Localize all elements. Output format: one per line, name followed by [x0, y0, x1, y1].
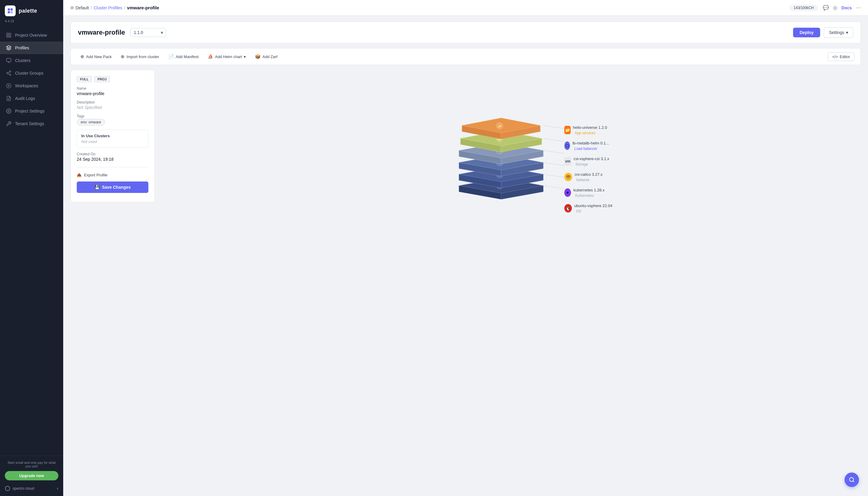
connector-network: [543, 162, 564, 166]
stack-label-os: 🐧 ubuntu-vsphere 22.04 OS: [564, 202, 616, 214]
export-label: Export Profile: [84, 173, 107, 177]
network-type: Network: [576, 178, 590, 182]
divider: [77, 167, 149, 167]
body-area: FULL PROJ Name vmware-profile Descriptio…: [71, 70, 861, 202]
sidebar: palette 4.4.19 Project Overview Profiles…: [0, 0, 63, 496]
content-area: vmware-profile 1.1.0 Deploy Settings ▾: [63, 16, 868, 496]
storage-label-text: csi-vsphere-csi 3.1.x Storage: [574, 156, 616, 167]
manifest-label: Add Manifest: [176, 55, 199, 59]
app-version: 4.4.19: [0, 19, 63, 27]
svg-line-16: [8, 72, 9, 73]
menu-icon[interactable]: ⋯: [856, 5, 861, 11]
connector-lb: [543, 138, 564, 141]
sidebar-item-workspaces[interactable]: Workspaces: [0, 79, 63, 92]
os-type: OS: [576, 209, 581, 213]
zarf-icon: 📦: [255, 54, 261, 59]
connector-app: [543, 125, 564, 128]
stack-label-storage: vm csi-vsphere-csi 3.1.x Storage: [564, 155, 616, 167]
toolbar: ⊕ Add New Pack ⊕ Import from cluster 📄 A…: [71, 48, 861, 65]
breadcrumb-cluster-profiles-link[interactable]: Cluster Profiles: [94, 5, 122, 10]
description-value: Not Specified: [77, 105, 149, 110]
dashboard-icon: ⊞: [71, 5, 74, 10]
target-icon[interactable]: ◎: [833, 5, 837, 11]
deploy-button[interactable]: Deploy: [793, 28, 820, 37]
save-changes-button[interactable]: 💾 Save Changes: [77, 182, 149, 193]
sidebar-label-project-overview: Project Overview: [15, 33, 47, 37]
profile-name-area: vmware-profile 1.1.0: [78, 28, 166, 37]
svg-rect-4: [6, 33, 8, 35]
stack-labels: 📁 hello-universe 1.2.0 App services ⬡ lb…: [564, 124, 616, 214]
stack-diagram-area: 🖥 ⚙: [405, 70, 616, 202]
svg-point-12: [9, 71, 11, 73]
topbar-right: 143/100kCH 💬 ◎ Docs ⋯: [789, 4, 861, 11]
upgrade-button[interactable]: Upgrade now: [5, 471, 58, 480]
add-pack-icon: ⊕: [80, 54, 84, 59]
tags-field: Tags env: vmware: [77, 114, 149, 125]
sidebar-item-tenant-settings[interactable]: Tenant Settings: [0, 118, 63, 130]
network-icon: 🐯: [564, 173, 572, 181]
sidebar-item-audit-logs[interactable]: Audit Logs: [0, 92, 63, 105]
tags-label: Tags: [77, 114, 149, 118]
sidebar-item-cluster-groups[interactable]: Cluster Groups: [0, 67, 63, 79]
kch-usage-badge: 143/100kCH: [789, 4, 818, 11]
description-field: Description Not Specified: [77, 100, 149, 110]
right-panel: 🖥 ⚙: [159, 70, 861, 202]
k8s-type: Kubernetes: [575, 193, 593, 198]
version-select-wrapper: 1.1.0: [130, 28, 166, 37]
profile-header-actions: Deploy Settings ▾: [793, 27, 853, 37]
lb-label-text: lb-metallb-helm 0.1... Load balancer: [572, 140, 616, 151]
sidebar-label-workspaces: Workspaces: [15, 83, 38, 88]
network-name: cni-calico 3.27.x: [575, 172, 603, 177]
name-value: vmware-profile: [77, 91, 149, 96]
add-new-pack-button[interactable]: ⊕ Add New Pack: [77, 52, 115, 61]
export-profile-button[interactable]: 📤 Export Profile: [77, 173, 149, 177]
topbar-icons: 💬 ◎ Docs ⋯: [823, 5, 861, 11]
add-manifest-button[interactable]: 📄 Add Manifest: [165, 52, 202, 61]
app-logo-icon: [5, 5, 16, 16]
svg-rect-9: [6, 58, 11, 62]
sidebar-item-clusters[interactable]: Clusters: [0, 54, 63, 67]
description-label: Description: [77, 100, 149, 105]
sidebar-item-project-settings[interactable]: Project Settings: [0, 105, 63, 118]
toolbar-actions: ⊕ Add New Pack ⊕ Import from cluster 📄 A…: [77, 52, 281, 61]
settings-button[interactable]: Settings ▾: [824, 27, 853, 37]
add-zarf-button[interactable]: 📦 Add Zarf: [251, 52, 281, 61]
profile-title: vmware-profile: [78, 29, 125, 36]
sidebar-item-profiles[interactable]: Profiles: [0, 42, 63, 54]
save-icon: 💾: [94, 185, 99, 190]
svg-rect-6: [6, 36, 8, 37]
chat-icon[interactable]: 💬: [823, 5, 829, 11]
app-name: hello-universe 1.2.0: [573, 125, 607, 130]
add-helm-chart-button[interactable]: ⛵ Add Helm chart ▾: [204, 52, 250, 61]
svg-point-21: [8, 110, 10, 112]
helm-icon: ⛵: [208, 54, 213, 59]
created-field: Created On 24 Sep 2024, 19:18: [77, 152, 149, 161]
connector-storage: [543, 151, 564, 154]
stack-label-network: 🐯 cni-calico 3.27.x Network: [564, 171, 616, 183]
editor-icon: </>: [832, 55, 838, 59]
sidebar-label-audit-logs: Audit Logs: [15, 96, 35, 101]
svg-rect-3: [11, 11, 13, 13]
editor-button[interactable]: </> Editor: [828, 52, 854, 61]
helm-chevron-icon: ▾: [244, 55, 246, 59]
save-label: Save Changes: [102, 185, 131, 190]
sidebar-item-project-overview[interactable]: Project Overview: [0, 29, 63, 42]
tag-proj: PROJ: [94, 76, 110, 82]
in-use-value: Not used: [81, 139, 144, 144]
import-from-cluster-button[interactable]: ⊕ Import from cluster: [117, 52, 162, 61]
created-value: 24 Sep 2024, 19:18: [77, 157, 149, 161]
search-fab[interactable]: [844, 472, 859, 487]
svg-point-17: [6, 84, 11, 88]
app-name: palette: [19, 8, 37, 14]
name-label: Name: [77, 87, 149, 91]
svg-rect-0: [8, 9, 10, 11]
breadcrumb: ⊞ Default / Cluster Profiles / vmware-pr…: [71, 5, 159, 10]
collapse-sidebar-icon[interactable]: ‹: [57, 486, 58, 491]
stack-label-lb: ⬡ lb-metallb-helm 0.1... Load balancer: [564, 140, 616, 152]
profile-header-card: vmware-profile 1.1.0 Deploy Settings ▾: [71, 22, 861, 43]
version-select[interactable]: 1.1.0: [130, 28, 166, 37]
sidebar-label-profiles: Profiles: [15, 45, 29, 50]
k8s-label-text: kubernetes 1.28.x Kubernetes: [573, 187, 616, 198]
import-icon: ⊕: [121, 54, 125, 59]
docs-link[interactable]: Docs: [841, 5, 852, 10]
